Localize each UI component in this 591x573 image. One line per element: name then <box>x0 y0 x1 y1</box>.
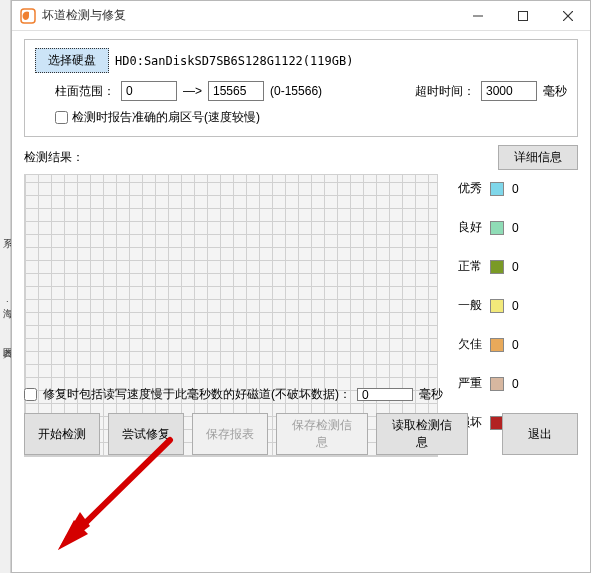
legend-label: 正常 <box>458 258 482 275</box>
cylinder-to-input[interactable] <box>208 81 264 101</box>
legend-count: 0 <box>512 338 532 352</box>
timeout-unit-label: 毫秒 <box>543 83 567 100</box>
legend-row-0: 优秀0 <box>458 180 532 197</box>
titlebar: 坏道检测与修复 <box>12 1 590 31</box>
results-label: 检测结果： <box>24 149 498 166</box>
legend-label: 一般 <box>458 297 482 314</box>
save-report-button[interactable]: 保存报表 <box>192 413 268 455</box>
repair-ms-unit: 毫秒 <box>419 386 443 403</box>
legend-row-3: 一般0 <box>458 297 532 314</box>
exit-button[interactable]: 退出 <box>502 413 578 455</box>
legend-label: 优秀 <box>458 180 482 197</box>
timeout-input[interactable] <box>481 81 537 101</box>
legend-count: 0 <box>512 299 532 313</box>
legend-swatch <box>490 260 504 274</box>
legend-count: 0 <box>512 182 532 196</box>
legend-swatch <box>490 338 504 352</box>
load-scan-info-button[interactable]: 读取检测信息 <box>376 413 468 455</box>
cylinder-max-label: (0-15566) <box>270 84 322 98</box>
disk-name-label: HD0:SanDiskSD7SB6S128G1122(119GB) <box>115 54 353 68</box>
select-disk-button[interactable]: 选择硬盘 <box>35 48 109 73</box>
try-repair-button[interactable]: 尝试修复 <box>108 413 184 455</box>
cylinder-range-label: 柱面范围： <box>55 83 115 100</box>
legend-swatch <box>490 299 504 313</box>
svg-rect-2 <box>518 11 527 20</box>
legend-swatch <box>490 182 504 196</box>
background-app-strip: 系 海· 区典 <box>0 0 11 573</box>
legend-label: 欠佳 <box>458 336 482 353</box>
save-scan-info-button[interactable]: 保存检测信息 <box>276 413 368 455</box>
legend-row-2: 正常0 <box>458 258 532 275</box>
window-title: 坏道检测与修复 <box>42 7 455 24</box>
app-icon <box>20 8 36 24</box>
legend-row-4: 欠佳0 <box>458 336 532 353</box>
arrow-label: —> <box>183 84 202 98</box>
accurate-sector-checkbox[interactable] <box>55 111 68 124</box>
minimize-button[interactable] <box>455 1 500 30</box>
disk-params-group: 选择硬盘 HD0:SanDiskSD7SB6S128G1122(119GB) 柱… <box>24 39 578 137</box>
timeout-label: 超时时间： <box>415 83 475 100</box>
cylinder-from-input[interactable] <box>121 81 177 101</box>
legend-count: 0 <box>512 260 532 274</box>
close-button[interactable] <box>545 1 590 30</box>
legend-swatch <box>490 221 504 235</box>
maximize-button[interactable] <box>500 1 545 30</box>
legend-label: 良好 <box>458 219 482 236</box>
accurate-sector-label: 检测时报告准确的扇区号(速度较慢) <box>72 109 260 126</box>
detail-info-button[interactable]: 详细信息 <box>498 145 578 170</box>
legend-count: 0 <box>512 221 532 235</box>
repair-slow-checkbox[interactable] <box>24 388 37 401</box>
dialog-window: 坏道检测与修复 选择硬盘 HD0:SanDiskSD7SB6S128G1122(… <box>11 0 591 573</box>
repair-ms-input[interactable] <box>357 388 413 401</box>
repair-slow-label: 修复时包括读写速度慢于此毫秒数的好磁道(不破坏数据)： <box>43 386 351 403</box>
legend-row-1: 良好0 <box>458 219 532 236</box>
start-scan-button[interactable]: 开始检测 <box>24 413 100 455</box>
